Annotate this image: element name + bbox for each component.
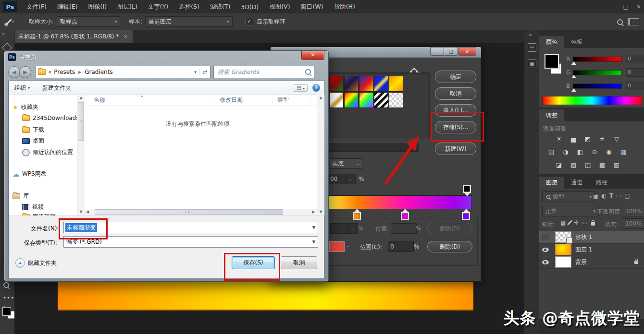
tab-layers[interactable]: 图层	[539, 177, 564, 189]
layer-row-layer1[interactable]: 图层 1	[539, 243, 644, 256]
menu-help[interactable]: 帮助(H)	[329, 3, 360, 11]
lock-artboard-icon[interactable]: ▭	[582, 219, 587, 226]
tab-color[interactable]: 颜色	[539, 36, 564, 48]
organize-button[interactable]: 组织	[14, 84, 26, 92]
cancel-button[interactable]: 取消	[281, 256, 317, 269]
new-folder-button[interactable]: 新建文件夹	[42, 84, 71, 92]
posterize-icon[interactable]: ▨	[568, 161, 579, 169]
menu-image[interactable]: 图像(I)	[83, 3, 112, 11]
menu-filter[interactable]: 滤镜(T)	[205, 3, 235, 11]
sidebar-item-desktop[interactable]: 桌面	[22, 137, 44, 145]
layer-thumbnail-gradient[interactable]	[555, 244, 571, 255]
gradient-preset-swatch[interactable]	[329, 92, 344, 108]
sample-size-dropdown[interactable]: 取样点▾	[57, 16, 120, 27]
gradient-preset-swatch[interactable]	[374, 76, 388, 92]
sidebar-item-libraries[interactable]: 库	[12, 192, 29, 200]
sidebar-item-wps-drive[interactable]: ☁ WPS网盘	[12, 170, 47, 178]
dialog-minimize-button[interactable]: —	[430, 47, 445, 56]
vibrance-icon[interactable]: ▽	[611, 135, 622, 143]
gradient-preset-swatch[interactable]	[329, 76, 344, 92]
filter-smart-objects-icon[interactable]: ▢	[624, 192, 630, 199]
sample-dropdown[interactable]: 当前图层▾	[145, 16, 233, 27]
visibility-toggle-off[interactable]	[542, 234, 549, 240]
gradient-preview-bar[interactable]	[329, 195, 472, 209]
hue-saturation-icon[interactable]: ▤	[546, 148, 557, 156]
properties-panel-icon[interactable]: ▣	[528, 60, 536, 68]
views-button[interactable]: ▤ ▾	[294, 84, 308, 92]
zoom-tool-icon[interactable]	[3, 282, 9, 288]
sidebar-item-downloads[interactable]: 下载	[22, 126, 44, 134]
invert-icon[interactable]: ◪	[554, 161, 564, 169]
menu-type[interactable]: 文字(Y)	[143, 3, 173, 11]
layer-thumbnail-shape[interactable]	[555, 231, 571, 243]
dialog-close-button[interactable]: ×	[458, 47, 476, 56]
layer-thumbnail-white[interactable]	[555, 256, 571, 268]
document-tab-close-icon[interactable]: ×	[123, 33, 128, 40]
menu-view[interactable]: 视图(V)	[264, 3, 295, 11]
search-box[interactable]	[213, 66, 314, 78]
filter-shape-layers-icon[interactable]: ▭	[616, 192, 621, 199]
channel-mixer-icon[interactable]: ◉	[604, 148, 614, 156]
save-dialog-close-button[interactable]: ×	[301, 51, 324, 60]
horizontal-scrollbar[interactable]: ◀ ▶	[84, 209, 317, 215]
selective-color-icon[interactable]: ▩	[597, 161, 607, 169]
lock-position-icon[interactable]: ✛	[574, 219, 579, 226]
back-button[interactable]: ◀	[8, 66, 20, 78]
panel-foreground-swatch[interactable]	[545, 54, 559, 69]
levels-icon[interactable]: ▅	[568, 135, 579, 143]
column-header-date[interactable]: 修改日期	[220, 96, 243, 104]
document-tab[interactable]: 未标题-1 @ 67.8% (形状 1, RGB/8) * ×	[13, 30, 133, 43]
lock-image-pixels-icon[interactable]	[568, 220, 573, 226]
green-slider[interactable]	[573, 70, 622, 75]
gradient-map-icon[interactable]: ▥	[611, 161, 622, 169]
green-value[interactable]: 0	[626, 68, 644, 77]
blend-mode-dropdown[interactable]: 正常▾	[542, 206, 599, 216]
lock-transparent-pixels-icon[interactable]: ▩	[560, 219, 566, 226]
menu-select[interactable]: 选择(S)	[173, 3, 205, 11]
filter-type-layers-icon[interactable]: T	[609, 192, 613, 199]
position-field[interactable]: 0	[388, 241, 414, 252]
hide-folders-button[interactable]: ▴ 隐藏文件夹	[15, 258, 57, 268]
gradient-type-dropdown[interactable]: 实底 ⌄	[330, 158, 362, 169]
sidebar-item-2345downloads[interactable]: 2345Downloads	[22, 115, 77, 121]
layer-row-shape1[interactable]: 形状 1	[539, 231, 644, 244]
filter-adjustment-layers-icon[interactable]: ◐	[601, 192, 606, 199]
list-scrollbar[interactable]: ▲ ▼	[317, 95, 324, 215]
menu-file[interactable]: 文件(F)	[21, 3, 52, 11]
visibility-eye-icon[interactable]	[542, 260, 549, 264]
app-restore-button[interactable]: □	[623, 3, 629, 10]
curves-icon[interactable]: ◩	[582, 135, 593, 143]
filter-pixel-layers-icon[interactable]: ▣	[593, 192, 598, 199]
cancel-button[interactable]: 取消	[435, 87, 476, 100]
app-close-button[interactable]: ×	[636, 3, 641, 10]
search-input[interactable]	[217, 68, 291, 76]
collapse-panels-icon[interactable]: «	[529, 32, 532, 38]
dialog-maximize-button[interactable]: □	[444, 47, 458, 56]
color-lookup-icon[interactable]: ▦	[618, 148, 629, 156]
sidebar-favorites[interactable]: ★ 收藏夹	[12, 103, 38, 111]
menu-edit[interactable]: 编辑(E)	[52, 3, 83, 11]
red-value[interactable]: 0	[626, 55, 644, 63]
address-bar[interactable]: « Presets ▶ Gradients ▾ ⇄	[35, 66, 211, 78]
workspace-panel-icon[interactable]	[628, 18, 639, 25]
opacity-stop[interactable]	[464, 186, 470, 196]
column-header-name[interactable]: 名称	[94, 96, 105, 104]
new-gradient-button[interactable]: 新建(W)	[435, 143, 476, 155]
gradient-preset-swatch[interactable]	[359, 76, 373, 92]
ok-button[interactable]: 确定	[435, 71, 476, 83]
tab-swatches[interactable]: 色板	[564, 36, 589, 48]
eyedropper-tool-icon[interactable]	[6, 19, 12, 25]
help-icon[interactable]: ?	[312, 84, 320, 92]
brightness-contrast-icon[interactable]: ☀	[554, 135, 564, 143]
layer-row-background[interactable]: 背景	[539, 256, 644, 269]
address-dropdown-icon[interactable]: ▾	[191, 70, 199, 74]
photo-filter-icon[interactable]: ⊙	[589, 148, 600, 156]
forward-button[interactable]: ▶	[19, 66, 31, 78]
gradient-preset-swatch[interactable]	[344, 76, 359, 92]
search-icon[interactable]	[617, 19, 623, 25]
exposure-icon[interactable]: ±	[597, 135, 607, 143]
menu-3d[interactable]: 3D(D)	[235, 3, 264, 11]
lock-all-icon[interactable]	[591, 222, 595, 226]
foreground-color-swatch[interactable]	[2, 307, 11, 316]
history-panel-icon[interactable]: ↩	[528, 43, 536, 52]
